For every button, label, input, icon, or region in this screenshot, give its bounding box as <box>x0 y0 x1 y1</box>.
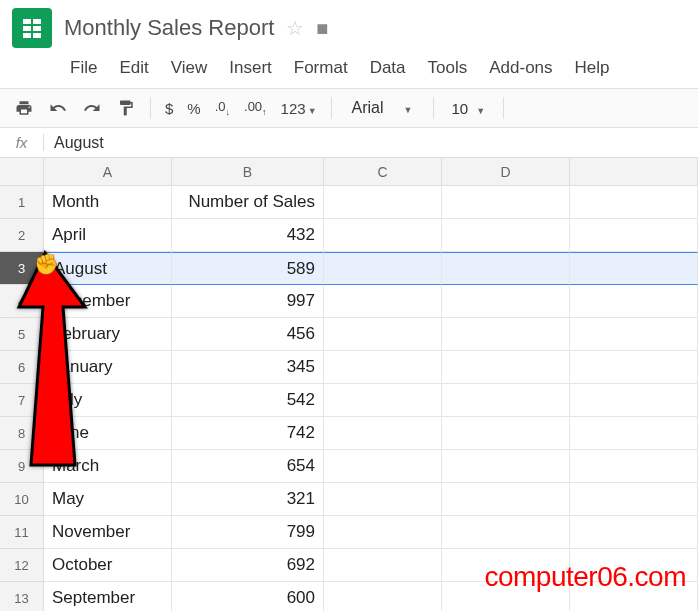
row-header-2[interactable]: 2 <box>0 219 44 252</box>
cell[interactable] <box>570 450 698 483</box>
cell[interactable]: June <box>44 417 172 450</box>
menu-file[interactable]: File <box>70 58 97 78</box>
cell[interactable] <box>324 252 442 285</box>
doc-title[interactable]: Monthly Sales Report <box>64 15 274 41</box>
cell[interactable]: July <box>44 384 172 417</box>
cell[interactable]: December <box>44 285 172 318</box>
cell[interactable] <box>324 384 442 417</box>
cell[interactable] <box>570 483 698 516</box>
column-header-B[interactable]: B <box>172 158 324 186</box>
row-header-5[interactable]: 5 <box>0 318 44 351</box>
cell[interactable]: November <box>44 516 172 549</box>
row-header-6[interactable]: 6 <box>0 351 44 384</box>
cell[interactable]: 692 <box>172 549 324 582</box>
star-icon[interactable]: ☆ <box>286 16 304 40</box>
cell[interactable]: 654 <box>172 450 324 483</box>
menu-format[interactable]: Format <box>294 58 348 78</box>
cell[interactable]: Number of Sales <box>172 186 324 219</box>
paint-format-icon[interactable] <box>116 98 136 118</box>
number-format-button[interactable]: 123▼ <box>281 100 317 117</box>
cell[interactable] <box>324 186 442 219</box>
cell[interactable] <box>570 285 698 318</box>
cell[interactable] <box>324 549 442 582</box>
cell[interactable] <box>324 219 442 252</box>
cell[interactable] <box>442 450 570 483</box>
cell[interactable] <box>442 483 570 516</box>
column-header-C[interactable]: C <box>324 158 442 186</box>
cell[interactable] <box>442 384 570 417</box>
cell[interactable] <box>324 285 442 318</box>
font-selector[interactable]: Arial▼ <box>346 99 419 117</box>
cell[interactable] <box>570 351 698 384</box>
cell[interactable] <box>442 417 570 450</box>
cell[interactable] <box>324 351 442 384</box>
cell[interactable] <box>570 384 698 417</box>
row-header-12[interactable]: 12 <box>0 549 44 582</box>
cell[interactable]: April <box>44 219 172 252</box>
cell[interactable] <box>570 252 698 285</box>
percent-button[interactable]: % <box>187 100 200 117</box>
cell[interactable]: 589 <box>172 252 324 285</box>
decrease-decimals-button[interactable]: .0↓ <box>215 99 230 117</box>
cell[interactable] <box>442 219 570 252</box>
spreadsheet-grid[interactable]: ABCD1MonthNumber of Sales2April4323Augus… <box>0 158 698 611</box>
cell[interactable] <box>324 318 442 351</box>
cell[interactable]: January <box>44 351 172 384</box>
menu-edit[interactable]: Edit <box>119 58 148 78</box>
undo-icon[interactable] <box>48 98 68 118</box>
cell[interactable] <box>442 351 570 384</box>
redo-icon[interactable] <box>82 98 102 118</box>
increase-decimals-button[interactable]: .00↑ <box>244 99 267 117</box>
cell[interactable] <box>324 450 442 483</box>
cell[interactable]: 600 <box>172 582 324 611</box>
cell[interactable] <box>442 318 570 351</box>
cell[interactable]: September <box>44 582 172 611</box>
menu-insert[interactable]: Insert <box>229 58 272 78</box>
cell[interactable]: August <box>44 252 172 285</box>
row-header-1[interactable]: 1 <box>0 186 44 219</box>
cell[interactable] <box>324 417 442 450</box>
folder-icon[interactable]: ■ <box>316 17 328 40</box>
column-header-D[interactable]: D <box>442 158 570 186</box>
cell[interactable] <box>570 219 698 252</box>
cell[interactable]: 456 <box>172 318 324 351</box>
cell[interactable]: Month <box>44 186 172 219</box>
row-header-9[interactable]: 9 <box>0 450 44 483</box>
cell[interactable]: 997 <box>172 285 324 318</box>
column-header-[interactable] <box>570 158 698 186</box>
row-header-8[interactable]: 8 <box>0 417 44 450</box>
font-size-selector[interactable]: 10▼ <box>448 100 490 117</box>
cell[interactable] <box>570 186 698 219</box>
row-header-3[interactable]: 3 <box>0 252 44 285</box>
fx-input[interactable]: August <box>44 134 104 152</box>
cell[interactable]: February <box>44 318 172 351</box>
cell[interactable] <box>570 318 698 351</box>
cell[interactable] <box>570 516 698 549</box>
menu-addons[interactable]: Add-ons <box>489 58 552 78</box>
cell[interactable] <box>442 516 570 549</box>
cell[interactable]: 345 <box>172 351 324 384</box>
row-header-4[interactable]: 4 <box>0 285 44 318</box>
cell[interactable] <box>442 285 570 318</box>
cell[interactable] <box>324 582 442 611</box>
cell[interactable]: 742 <box>172 417 324 450</box>
cell[interactable]: 321 <box>172 483 324 516</box>
cell[interactable]: May <box>44 483 172 516</box>
cell[interactable]: 799 <box>172 516 324 549</box>
cell[interactable] <box>442 186 570 219</box>
cell[interactable]: 432 <box>172 219 324 252</box>
cell[interactable]: March <box>44 450 172 483</box>
cell[interactable] <box>324 516 442 549</box>
select-all-corner[interactable] <box>0 158 44 186</box>
menu-data[interactable]: Data <box>370 58 406 78</box>
cell[interactable]: October <box>44 549 172 582</box>
row-header-13[interactable]: 13 <box>0 582 44 611</box>
column-header-A[interactable]: A <box>44 158 172 186</box>
cell[interactable] <box>570 417 698 450</box>
row-header-11[interactable]: 11 <box>0 516 44 549</box>
row-header-10[interactable]: 10 <box>0 483 44 516</box>
print-icon[interactable] <box>14 98 34 118</box>
cell[interactable] <box>324 483 442 516</box>
cell[interactable]: 542 <box>172 384 324 417</box>
menu-view[interactable]: View <box>171 58 208 78</box>
